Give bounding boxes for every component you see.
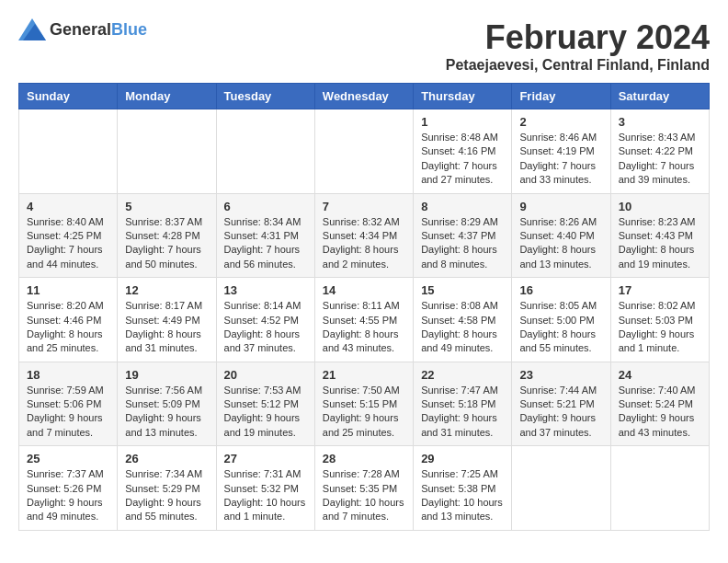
cell-content: Sunrise: 7:59 AMSunset: 5:06 PMDaylight:… [27,384,109,441]
day-number: 14 [323,283,405,297]
day-number: 6 [224,200,307,213]
cell-content: Sunrise: 7:50 AMSunset: 5:15 PMDaylight:… [323,384,405,441]
day-number: 8 [421,200,504,213]
day-number: 24 [619,368,701,382]
day-number: 2 [519,115,602,129]
day-number: 27 [224,452,307,465]
cell-content: Sunrise: 8:40 AMSunset: 4:25 PMDaylight:… [27,215,109,272]
week-row-4: 18Sunrise: 7:59 AMSunset: 5:06 PMDayligh… [19,362,710,446]
day-number: 21 [323,368,405,382]
calendar-cell: 16Sunrise: 8:05 AMSunset: 5:00 PMDayligh… [512,278,610,362]
day-number: 7 [323,200,405,213]
calendar-cell: 1Sunrise: 8:48 AMSunset: 4:16 PMDaylight… [414,109,512,194]
calendar-cell: 24Sunrise: 7:40 AMSunset: 5:24 PMDayligh… [610,362,709,446]
calendar-cell: 22Sunrise: 7:47 AMSunset: 5:18 PMDayligh… [414,362,512,446]
cell-content: Sunrise: 7:34 AMSunset: 5:29 PMDaylight:… [125,467,208,524]
week-row-1: 1Sunrise: 8:48 AMSunset: 4:16 PMDaylight… [19,109,710,194]
calendar-cell [118,109,216,194]
day-number: 22 [421,368,504,382]
cell-content: Sunrise: 7:40 AMSunset: 5:24 PMDaylight:… [619,384,701,441]
calendar-cell: 19Sunrise: 7:56 AMSunset: 5:09 PMDayligh… [118,362,216,446]
main-title: February 2024 [446,18,710,57]
cell-content: Sunrise: 7:37 AMSunset: 5:26 PMDaylight:… [27,467,109,524]
calendar-cell: 5Sunrise: 8:37 AMSunset: 4:28 PMDaylight… [118,193,216,278]
calendar-cell: 4Sunrise: 8:40 AMSunset: 4:25 PMDaylight… [19,193,118,278]
cell-content: Sunrise: 7:44 AMSunset: 5:21 PMDaylight:… [519,384,602,441]
cell-content: Sunrise: 7:47 AMSunset: 5:18 PMDaylight:… [421,384,504,441]
title-area: February 2024 Petaejaevesi, Central Finl… [446,18,710,74]
calendar-cell: 2Sunrise: 8:46 AMSunset: 4:19 PMDaylight… [512,109,610,194]
calendar-cell: 8Sunrise: 8:29 AMSunset: 4:37 PMDaylight… [414,193,512,278]
cell-content: Sunrise: 8:20 AMSunset: 4:46 PMDaylight:… [27,299,109,356]
cell-content: Sunrise: 8:17 AMSunset: 4:49 PMDaylight:… [125,299,208,356]
calendar-cell: 11Sunrise: 8:20 AMSunset: 4:46 PMDayligh… [19,278,118,362]
calendar-cell: 20Sunrise: 7:53 AMSunset: 5:12 PMDayligh… [216,362,314,446]
calendar-cell [19,109,118,194]
week-row-2: 4Sunrise: 8:40 AMSunset: 4:25 PMDaylight… [19,193,710,278]
header: GeneralBlue February 2024 Petaejaevesi, … [18,18,710,74]
day-number: 12 [125,283,208,297]
day-number: 28 [323,452,405,465]
calendar-cell: 18Sunrise: 7:59 AMSunset: 5:06 PMDayligh… [19,362,118,446]
cell-content: Sunrise: 8:11 AMSunset: 4:55 PMDaylight:… [323,299,405,356]
calendar-cell: 26Sunrise: 7:34 AMSunset: 5:29 PMDayligh… [118,446,216,531]
header-day-friday: Friday [512,84,610,109]
day-number: 15 [421,283,504,297]
calendar-cell: 23Sunrise: 7:44 AMSunset: 5:21 PMDayligh… [512,362,610,446]
cell-content: Sunrise: 7:28 AMSunset: 5:35 PMDaylight:… [323,467,405,524]
cell-content: Sunrise: 8:34 AMSunset: 4:31 PMDaylight:… [224,215,307,272]
calendar-cell: 9Sunrise: 8:26 AMSunset: 4:40 PMDaylight… [512,193,610,278]
day-number: 26 [125,452,208,465]
subtitle: Petaejaevesi, Central Finland, Finland [446,57,710,74]
header-day-thursday: Thursday [414,84,512,109]
calendar-cell [512,446,610,531]
calendar-cell: 7Sunrise: 8:32 AMSunset: 4:34 PMDaylight… [314,193,413,278]
cell-content: Sunrise: 8:02 AMSunset: 5:03 PMDaylight:… [619,299,701,356]
logo-general: General [50,20,111,39]
calendar-cell: 28Sunrise: 7:28 AMSunset: 5:35 PMDayligh… [314,446,413,531]
header-day-sunday: Sunday [19,84,118,109]
calendar-cell: 12Sunrise: 8:17 AMSunset: 4:49 PMDayligh… [118,278,216,362]
day-number: 16 [519,283,602,297]
cell-content: Sunrise: 8:48 AMSunset: 4:16 PMDaylight:… [421,131,504,188]
logo-blue: Blue [111,20,147,39]
calendar-cell: 3Sunrise: 8:43 AMSunset: 4:22 PMDaylight… [610,109,709,194]
day-number: 11 [27,283,109,297]
cell-content: Sunrise: 7:31 AMSunset: 5:32 PMDaylight:… [224,467,307,524]
day-number: 10 [619,200,701,213]
cell-content: Sunrise: 8:23 AMSunset: 4:43 PMDaylight:… [619,215,701,272]
header-row: SundayMondayTuesdayWednesdayThursdayFrid… [19,84,710,109]
week-row-5: 25Sunrise: 7:37 AMSunset: 5:26 PMDayligh… [19,446,710,531]
header-day-wednesday: Wednesday [314,84,413,109]
day-number: 9 [519,200,602,213]
header-day-tuesday: Tuesday [216,84,314,109]
header-day-saturday: Saturday [610,84,709,109]
cell-content: Sunrise: 8:37 AMSunset: 4:28 PMDaylight:… [125,215,208,272]
logo: GeneralBlue [18,18,147,40]
day-number: 25 [27,452,109,465]
calendar-table: SundayMondayTuesdayWednesdayThursdayFrid… [18,83,710,531]
day-number: 5 [125,200,208,213]
cell-content: Sunrise: 8:26 AMSunset: 4:40 PMDaylight:… [519,215,602,272]
day-number: 23 [519,368,602,382]
logo-icon [18,18,46,40]
cell-content: Sunrise: 7:53 AMSunset: 5:12 PMDaylight:… [224,384,307,441]
calendar-cell: 14Sunrise: 8:11 AMSunset: 4:55 PMDayligh… [314,278,413,362]
day-number: 4 [27,200,109,213]
cell-content: Sunrise: 7:25 AMSunset: 5:38 PMDaylight:… [421,467,504,524]
cell-content: Sunrise: 8:14 AMSunset: 4:52 PMDaylight:… [224,299,307,356]
calendar-cell: 6Sunrise: 8:34 AMSunset: 4:31 PMDaylight… [216,193,314,278]
day-number: 13 [224,283,307,297]
day-number: 19 [125,368,208,382]
calendar-cell [216,109,314,194]
calendar-cell: 17Sunrise: 8:02 AMSunset: 5:03 PMDayligh… [610,278,709,362]
calendar-cell: 29Sunrise: 7:25 AMSunset: 5:38 PMDayligh… [414,446,512,531]
logo-text: GeneralBlue [50,20,147,40]
week-row-3: 11Sunrise: 8:20 AMSunset: 4:46 PMDayligh… [19,278,710,362]
cell-content: Sunrise: 8:32 AMSunset: 4:34 PMDaylight:… [323,215,405,272]
calendar-cell: 21Sunrise: 7:50 AMSunset: 5:15 PMDayligh… [314,362,413,446]
calendar-cell: 25Sunrise: 7:37 AMSunset: 5:26 PMDayligh… [19,446,118,531]
day-number: 3 [619,115,701,129]
calendar-cell: 10Sunrise: 8:23 AMSunset: 4:43 PMDayligh… [610,193,709,278]
day-number: 18 [27,368,109,382]
